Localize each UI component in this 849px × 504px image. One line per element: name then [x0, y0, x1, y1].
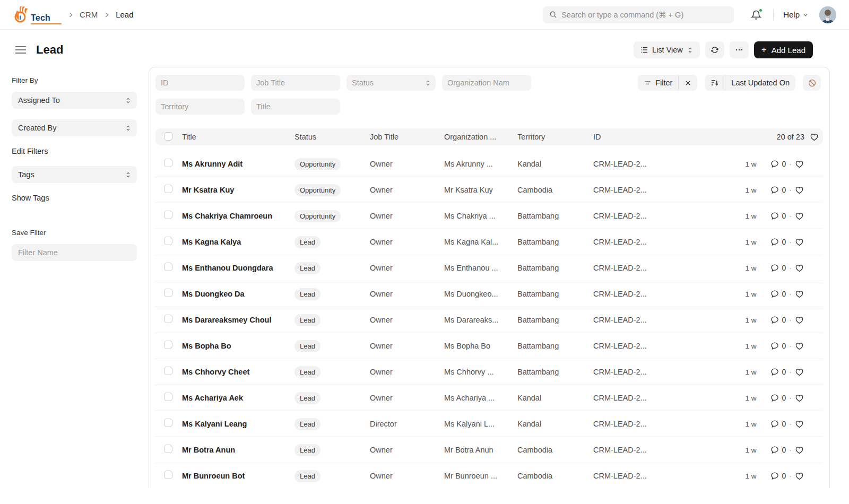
comment-icon[interactable]	[770, 160, 779, 168]
comment-icon[interactable]	[770, 420, 779, 428]
breadcrumb-crm[interactable]: CRM	[80, 10, 98, 19]
comment-icon[interactable]	[770, 316, 779, 324]
like-heart-icon[interactable]	[795, 446, 804, 455]
app-logo[interactable]: i Tech	[12, 5, 62, 24]
favorites-heart-icon[interactable]	[810, 133, 819, 142]
table-row[interactable]: Ms Duongkeo Da Lead Owner Ms Duongkeo...…	[155, 281, 823, 307]
id-filter-input[interactable]	[155, 75, 245, 91]
like-heart-icon[interactable]	[795, 420, 804, 429]
row-checkbox[interactable]	[164, 393, 172, 401]
disable-filter-button[interactable]	[803, 75, 821, 91]
created-by-select[interactable]: Created By	[12, 119, 137, 136]
row-checkbox[interactable]	[164, 341, 172, 349]
like-heart-icon[interactable]	[795, 212, 804, 221]
row-checkbox[interactable]	[164, 419, 172, 427]
lead-title[interactable]: Ms Kalyani Leang	[182, 420, 294, 428]
like-heart-icon[interactable]	[795, 290, 804, 299]
show-tags-link[interactable]: Show Tags	[12, 194, 49, 202]
organization-filter-input[interactable]	[442, 75, 531, 91]
like-heart-icon[interactable]	[795, 160, 804, 169]
table-row[interactable]: Ms Bopha Bo Lead Owner Ms Bopha Bo Batta…	[155, 333, 823, 359]
help-menu-button[interactable]: Help	[783, 10, 809, 19]
refresh-button[interactable]	[705, 41, 724, 58]
lead-title[interactable]: Ms Bopha Bo	[182, 342, 294, 350]
table-row[interactable]: Ms Enthanou Duongdara Lead Owner Ms Enth…	[155, 255, 823, 281]
lead-title[interactable]: Ms Duongkeo Da	[182, 290, 294, 298]
row-checkbox[interactable]	[164, 237, 172, 245]
lead-title[interactable]: Mr Botra Anun	[182, 446, 294, 454]
search-input[interactable]	[561, 11, 727, 19]
comment-icon[interactable]	[770, 264, 779, 272]
like-heart-icon[interactable]	[795, 394, 804, 403]
territory-filter-input[interactable]	[155, 99, 245, 115]
table-row[interactable]: Ms Darareaksmey Choul Lead Owner Ms Dara…	[155, 307, 823, 333]
assigned-to-select[interactable]: Assigned To	[12, 92, 137, 109]
breadcrumb-lead[interactable]: Lead	[116, 10, 133, 19]
add-lead-button[interactable]: + Add Lead	[754, 41, 813, 58]
column-title[interactable]: Title	[182, 133, 294, 141]
lead-title[interactable]: Mr Bunroeun Bot	[182, 472, 294, 480]
comment-icon[interactable]	[770, 238, 779, 246]
edit-filters-link[interactable]: Edit Filters	[12, 147, 48, 155]
select-all-checkbox[interactable]	[164, 132, 172, 141]
lead-title[interactable]: Ms Darareaksmey Choul	[182, 316, 294, 324]
table-row[interactable]: Mr Botra Anun Lead Owner Mr Botra Anun C…	[155, 437, 823, 463]
column-status[interactable]: Status	[294, 133, 370, 141]
column-id[interactable]: ID	[593, 133, 727, 141]
table-row[interactable]: Ms Kagna Kalya Lead Owner Ms Kagna Kal..…	[155, 229, 823, 255]
row-checkbox[interactable]	[164, 367, 172, 375]
comment-icon[interactable]	[770, 368, 779, 376]
lead-title[interactable]: Ms Enthanou Duongdara	[182, 264, 294, 272]
row-checkbox[interactable]	[164, 263, 172, 271]
like-heart-icon[interactable]	[795, 186, 804, 195]
view-switcher-button[interactable]: List View	[634, 41, 700, 58]
sort-field-button[interactable]: Last Updated On	[725, 75, 795, 91]
filter-button[interactable]: Filter	[638, 75, 678, 91]
table-row[interactable]: Ms Chakriya Chamroeun Opportunity Owner …	[155, 203, 823, 229]
lead-title[interactable]: Ms Akrunny Adit	[182, 160, 294, 168]
table-row[interactable]: Ms Chhorvy Cheet Lead Owner Ms Chhorvy .…	[155, 359, 823, 385]
lead-title[interactable]: Ms Achariya Aek	[182, 394, 294, 402]
row-checkbox[interactable]	[164, 315, 172, 323]
row-checkbox[interactable]	[164, 211, 172, 219]
comment-icon[interactable]	[770, 472, 779, 480]
comment-icon[interactable]	[770, 290, 779, 298]
title-filter-input[interactable]	[251, 99, 340, 115]
table-row[interactable]: Ms Akrunny Adit Opportunity Owner Ms Akr…	[155, 151, 823, 177]
notifications-button[interactable]	[749, 7, 764, 22]
lead-title[interactable]: Mr Ksatra Kuy	[182, 186, 294, 194]
collapse-sidebar-button[interactable]	[13, 43, 29, 57]
like-heart-icon[interactable]	[795, 238, 804, 247]
comment-icon[interactable]	[770, 342, 779, 350]
lead-title[interactable]: Ms Kagna Kalya	[182, 238, 294, 246]
global-search[interactable]	[543, 6, 734, 23]
clear-filter-button[interactable]	[679, 75, 697, 91]
comment-icon[interactable]	[770, 394, 779, 402]
comment-icon[interactable]	[770, 212, 779, 220]
like-heart-icon[interactable]	[795, 368, 804, 377]
comment-icon[interactable]	[770, 446, 779, 454]
user-avatar[interactable]	[819, 6, 836, 23]
row-checkbox[interactable]	[164, 471, 172, 479]
table-row[interactable]: Mr Bunroeun Bot Lead Owner Mr Bunroeun .…	[155, 463, 823, 488]
lead-title[interactable]: Ms Chakriya Chamroeun	[182, 212, 294, 220]
like-heart-icon[interactable]	[795, 264, 804, 273]
like-heart-icon[interactable]	[795, 316, 804, 325]
job-title-filter-input[interactable]	[251, 75, 340, 91]
like-heart-icon[interactable]	[795, 342, 804, 351]
row-checkbox[interactable]	[164, 445, 172, 453]
row-checkbox[interactable]	[164, 185, 172, 193]
column-job-title[interactable]: Job Title	[370, 133, 444, 141]
column-organization[interactable]: Organization ...	[444, 133, 517, 141]
comment-icon[interactable]	[770, 186, 779, 194]
table-row[interactable]: Ms Kalyani Leang Lead Director Ms Kalyan…	[155, 411, 823, 437]
like-heart-icon[interactable]	[795, 472, 804, 481]
column-territory[interactable]: Territory	[517, 133, 593, 141]
row-checkbox[interactable]	[164, 159, 172, 167]
status-filter-select[interactable]: Status	[346, 75, 436, 91]
lead-title[interactable]: Ms Chhorvy Cheet	[182, 368, 294, 376]
table-row[interactable]: Ms Achariya Aek Lead Owner Ms Achariya .…	[155, 385, 823, 411]
filter-name-input[interactable]	[12, 244, 137, 261]
row-checkbox[interactable]	[164, 289, 172, 297]
table-row[interactable]: Mr Ksatra Kuy Opportunity Owner Mr Ksatr…	[155, 177, 823, 203]
